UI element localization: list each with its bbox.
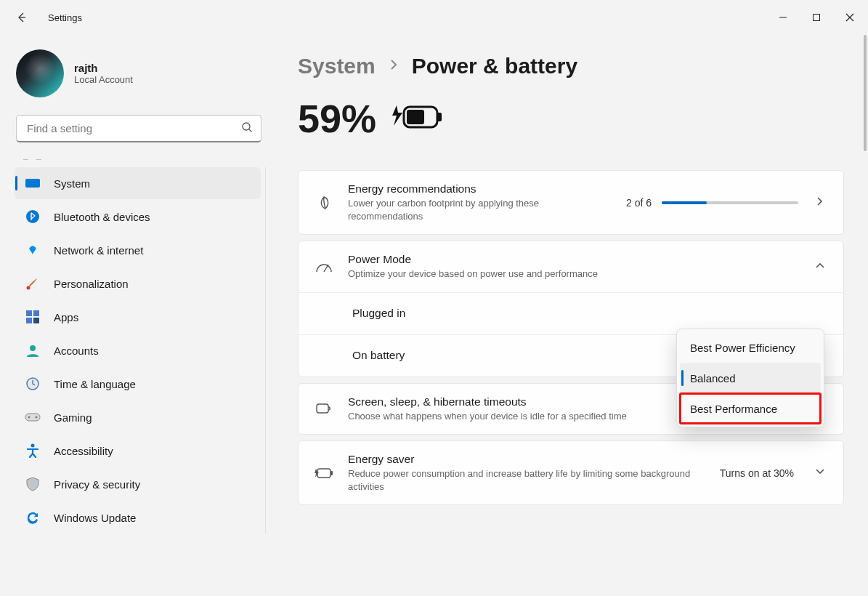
sub-row-label: On battery [352, 349, 405, 362]
main-content: System Power & battery 59% [269, 35, 868, 596]
card-title: Power Mode [348, 253, 798, 266]
svg-rect-6 [33, 310, 39, 316]
svg-rect-0 [814, 15, 820, 21]
sidebar-item-apps[interactable]: Apps [15, 301, 261, 333]
sidebar-item-system[interactable]: System [15, 167, 261, 199]
option-label: Balanced [690, 372, 736, 384]
close-button[interactable] [833, 3, 867, 32]
sidebar-item-label: Accounts [54, 345, 99, 357]
leaf-icon [315, 195, 333, 211]
svg-point-1 [243, 123, 250, 130]
gauge-icon [315, 260, 333, 273]
card-energy-saver[interactable]: Energy saver Reduce power consumption an… [298, 440, 844, 505]
sidebar-item-label: Apps [54, 311, 78, 323]
energy-progress: 2 of 6 [626, 197, 798, 209]
sidebar-item-accessibility[interactable]: Accessibility [15, 435, 261, 467]
accessibility-icon [25, 443, 41, 459]
svg-point-3 [26, 210, 39, 223]
battery-charging-icon [392, 101, 443, 136]
shield-icon [25, 476, 41, 492]
option-label: Best Power Efficiency [690, 342, 795, 354]
close-icon [845, 13, 854, 22]
svg-rect-2 [25, 179, 40, 188]
username: rajth [74, 62, 133, 74]
svg-point-14 [31, 444, 35, 448]
battery-percent: 59% [298, 96, 376, 141]
sidebar-item-label: Privacy & security [54, 478, 140, 491]
sidebar-item-time[interactable]: Time & language [15, 368, 261, 400]
card-energy-recommendations[interactable]: Energy recommendations Lower your carbon… [298, 170, 844, 235]
sidebar-item-accounts[interactable]: Accounts [15, 334, 261, 366]
bluetooth-icon [25, 209, 41, 225]
window-title: Settings [48, 12, 82, 23]
account-type: Local Account [74, 74, 133, 85]
svg-rect-19 [317, 469, 330, 478]
card-title: Energy recommendations [348, 182, 612, 196]
svg-rect-5 [26, 310, 32, 316]
accounts-icon [25, 342, 41, 358]
card-title: Energy saver [348, 453, 705, 466]
system-icon [25, 175, 41, 191]
breadcrumb-parent[interactable]: System [298, 54, 376, 78]
back-button[interactable] [7, 3, 36, 32]
sidebar-item-label: Accessibility [54, 445, 113, 457]
svg-point-13 [36, 416, 38, 419]
dropdown-option-performance[interactable]: Best Performance [680, 393, 821, 424]
card-subtitle: Lower your carbon footprint by applying … [348, 197, 612, 222]
dropdown-option-balanced[interactable]: Balanced [680, 363, 821, 393]
window-controls [766, 3, 867, 32]
update-icon [25, 510, 41, 525]
sidebar-item-update[interactable]: Windows Update [15, 502, 261, 533]
power-mode-plugged-in[interactable]: Plugged in [299, 292, 843, 334]
sleep-icon [315, 401, 333, 416]
card-subtitle: Optimize your device based on power use … [348, 267, 711, 281]
svg-rect-16 [437, 113, 442, 121]
chevron-right-icon [813, 196, 827, 209]
scrollbar-thumb[interactable] [864, 35, 867, 151]
sidebar-item-personalization[interactable]: Personalization [15, 267, 261, 299]
maximize-button[interactable] [800, 3, 833, 32]
sidebar-item-label: Gaming [54, 411, 92, 424]
arrow-left-icon [16, 12, 28, 23]
search-icon [241, 121, 253, 136]
nav-overflow-top: – – [15, 153, 266, 167]
brush-icon [25, 275, 41, 291]
svg-point-4 [27, 286, 31, 290]
battery-saver-icon [315, 467, 333, 480]
svg-rect-18 [317, 404, 328, 413]
sidebar-item-label: Bluetooth & devices [54, 211, 150, 223]
svg-rect-20 [330, 471, 333, 475]
sidebar-nav: System Bluetooth & devices Network & int… [15, 167, 266, 533]
search-container [16, 115, 261, 142]
card-subtitle: Reduce power consumption and increase ba… [348, 467, 705, 493]
titlebar: Settings [0, 0, 868, 35]
power-mode-header[interactable]: Power Mode Optimize your device based on… [299, 241, 843, 292]
maximize-icon [812, 13, 821, 22]
apps-icon [25, 309, 41, 325]
sidebar: rajth Local Account – – System Bl [0, 35, 269, 596]
progress-label: 2 of 6 [626, 197, 652, 209]
clock-icon [25, 376, 41, 392]
chevron-up-icon [813, 260, 827, 273]
sidebar-item-label: Time & language [54, 378, 136, 390]
page-title: Power & battery [412, 54, 577, 78]
vertical-scrollbar[interactable] [862, 35, 868, 596]
sidebar-item-privacy[interactable]: Privacy & security [15, 468, 261, 500]
svg-rect-7 [26, 318, 32, 323]
minimize-button[interactable] [766, 3, 800, 32]
search-input[interactable] [16, 115, 261, 142]
sidebar-item-bluetooth[interactable]: Bluetooth & devices [15, 201, 261, 233]
progress-bar [662, 201, 798, 204]
svg-point-12 [28, 416, 31, 419]
svg-point-9 [30, 345, 36, 351]
breadcrumb: System Power & battery [298, 54, 845, 78]
chevron-down-icon [813, 467, 827, 480]
avatar [16, 49, 64, 97]
svg-rect-11 [25, 414, 40, 421]
power-mode-dropdown: Best Power Efficiency Balanced Best Perf… [676, 329, 824, 427]
option-label: Best Performance [690, 403, 777, 415]
sidebar-item-network[interactable]: Network & internet [15, 234, 261, 266]
dropdown-option-efficiency[interactable]: Best Power Efficiency [680, 332, 821, 363]
profile[interactable]: rajth Local Account [15, 49, 266, 97]
sidebar-item-gaming[interactable]: Gaming [15, 401, 261, 433]
